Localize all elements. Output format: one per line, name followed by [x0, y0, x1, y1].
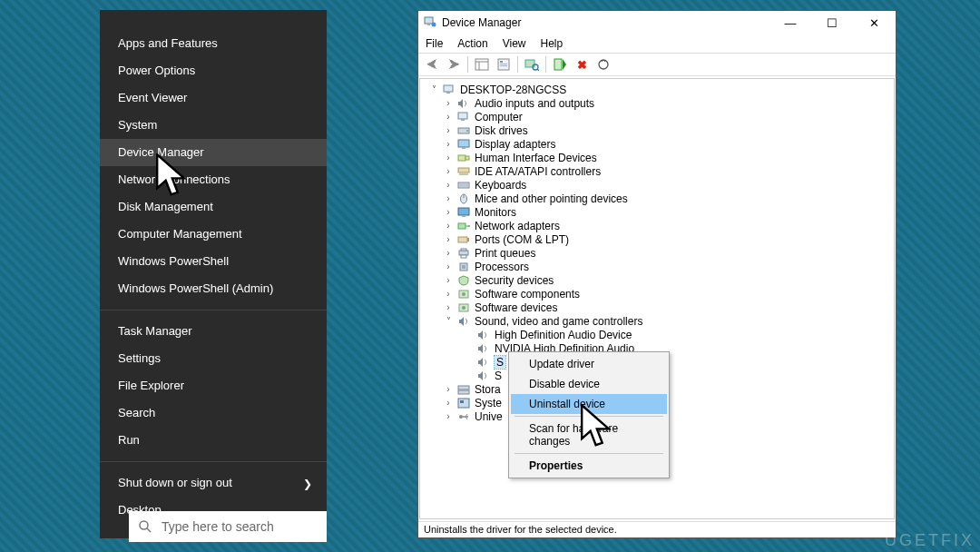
label: Disk drives [475, 124, 528, 137]
expand-icon[interactable]: › [444, 248, 453, 258]
ctx-item[interactable]: Disable device [511, 374, 667, 394]
expand-icon[interactable]: › [444, 234, 453, 244]
winx-item[interactable]: Windows PowerShell [100, 248, 327, 275]
device-category[interactable]: ›Security devices [420, 273, 894, 287]
expand-icon[interactable]: › [444, 411, 453, 421]
winx-item[interactable]: Event Viewer [100, 84, 327, 112]
expand-icon[interactable]: › [444, 398, 453, 408]
svg-line-1 [147, 528, 151, 532]
svg-point-48 [462, 306, 466, 310]
minimize-button[interactable]: — [772, 16, 808, 30]
svg-rect-23 [458, 140, 469, 147]
device-category[interactable]: ›Mice and other pointing devices [420, 192, 894, 205]
menu-help[interactable]: Help [541, 37, 564, 50]
expand-icon[interactable]: › [444, 98, 453, 108]
winx-item[interactable]: Shut down or sign out❯ [100, 469, 327, 497]
expand-icon[interactable]: › [444, 139, 453, 149]
expand-icon[interactable]: › [444, 153, 453, 163]
show-all-icon[interactable] [472, 54, 492, 74]
update-driver-icon[interactable] [593, 54, 613, 74]
monitor-icon [456, 206, 471, 219]
winx-item[interactable]: Windows PowerShell (Admin) [100, 275, 327, 302]
svg-rect-25 [458, 155, 466, 161]
device-category[interactable]: ›Software devices [420, 301, 894, 314]
expand-icon[interactable]: › [444, 289, 453, 299]
winx-item[interactable]: File Explorer [100, 372, 327, 399]
scan-hardware-icon[interactable] [522, 54, 542, 74]
taskbar-search[interactable]: Type here to search [129, 511, 327, 542]
winx-item[interactable]: System [100, 112, 327, 139]
maximize-button[interactable]: ☐ [814, 16, 850, 30]
device-item[interactable]: High Definition Audio Device [420, 328, 894, 341]
status-text: Uninstalls the driver for the selected d… [424, 524, 617, 535]
enable-device-icon[interactable] [550, 54, 570, 74]
label: Ports (COM & LPT) [475, 233, 569, 246]
svg-point-22 [466, 130, 468, 132]
collapse-icon[interactable]: ˅ [444, 316, 453, 326]
security-icon [456, 274, 471, 287]
expand-icon[interactable]: › [444, 384, 453, 394]
winx-item[interactable]: Run [100, 427, 327, 454]
winx-item[interactable]: Device Manager [100, 139, 327, 166]
svg-rect-49 [458, 386, 469, 389]
device-category[interactable]: ›Processors [420, 260, 894, 273]
expand-icon[interactable]: › [444, 261, 453, 271]
expand-icon[interactable]: › [444, 207, 453, 217]
expand-icon[interactable]: › [444, 302, 453, 312]
winx-item[interactable]: Task Manager [100, 318, 327, 345]
close-button[interactable]: ✕ [856, 16, 892, 30]
forward-button[interactable]: ⮞ [444, 54, 464, 74]
titlebar[interactable]: Device Manager — ☐ ✕ [418, 11, 896, 34]
winx-item[interactable]: Network Connections [100, 166, 327, 193]
device-category[interactable]: ›Audio inputs and outputs [420, 96, 894, 110]
winx-item[interactable]: Apps and Features [100, 30, 327, 57]
expand-icon[interactable]: › [444, 112, 453, 122]
device-category[interactable]: ›Human Interface Devices [420, 151, 894, 164]
device-category[interactable]: ›Software components [420, 287, 894, 301]
menu-view[interactable]: View [503, 37, 526, 50]
device-category[interactable]: ›IDE ATA/ATAPI controllers [420, 164, 894, 178]
category-label: Sound, video and game controllers [475, 315, 642, 328]
label: Software components [475, 288, 580, 301]
uninstall-device-icon[interactable]: ✖ [572, 54, 592, 74]
port-icon [456, 233, 471, 246]
back-button[interactable]: ⮜ [422, 54, 442, 74]
svg-rect-19 [458, 113, 467, 119]
device-category[interactable]: ›Display adapters [420, 137, 894, 151]
device-category[interactable]: ›Ports (COM & LPT) [420, 232, 894, 246]
menu-action[interactable]: Action [457, 37, 487, 50]
device-category[interactable]: ›Keyboards [420, 178, 894, 192]
device-category[interactable]: ›Print queues [420, 246, 894, 260]
computer-icon [456, 111, 471, 123]
device-category[interactable]: ›Monitors [420, 205, 894, 219]
device-category[interactable]: ›Computer [420, 110, 894, 123]
category-sound[interactable]: ˅ Sound, video and game controllers [420, 314, 894, 328]
ctx-item[interactable]: Update driver [511, 354, 667, 374]
menu-file[interactable]: File [426, 37, 443, 50]
ctx-properties[interactable]: Properties [511, 456, 667, 476]
device-category[interactable]: ›Network adapters [420, 219, 894, 232]
winx-item[interactable]: Search [100, 399, 327, 427]
winx-item[interactable]: Disk Management [100, 193, 327, 221]
ctx-scan-hardware[interactable]: Scan for hardware changes [511, 419, 667, 451]
expand-icon[interactable]: › [444, 180, 453, 190]
label: Software devices [475, 301, 557, 314]
device-category[interactable]: ›Disk drives [420, 123, 894, 137]
speaker-icon [476, 356, 491, 369]
tree-root[interactable]: ˅ DESKTOP-28NGCSS [420, 83, 894, 96]
expand-icon[interactable]: › [444, 125, 453, 135]
expand-icon[interactable]: › [444, 166, 453, 176]
ctx-item[interactable]: Uninstall device [511, 394, 667, 414]
collapse-icon[interactable]: ˅ [429, 84, 438, 94]
winx-item[interactable]: Power Options [100, 57, 327, 84]
expand-icon[interactable]: › [444, 221, 453, 231]
expand-icon[interactable]: › [444, 275, 453, 285]
svg-rect-42 [461, 255, 466, 258]
label: S [495, 370, 502, 382]
properties-icon[interactable] [494, 54, 514, 74]
winx-item[interactable]: Settings [100, 345, 327, 372]
svg-rect-28 [459, 173, 468, 175]
winx-item[interactable]: Computer Management [100, 221, 327, 248]
expand-icon[interactable]: › [444, 193, 453, 203]
label: Syste [475, 397, 502, 409]
